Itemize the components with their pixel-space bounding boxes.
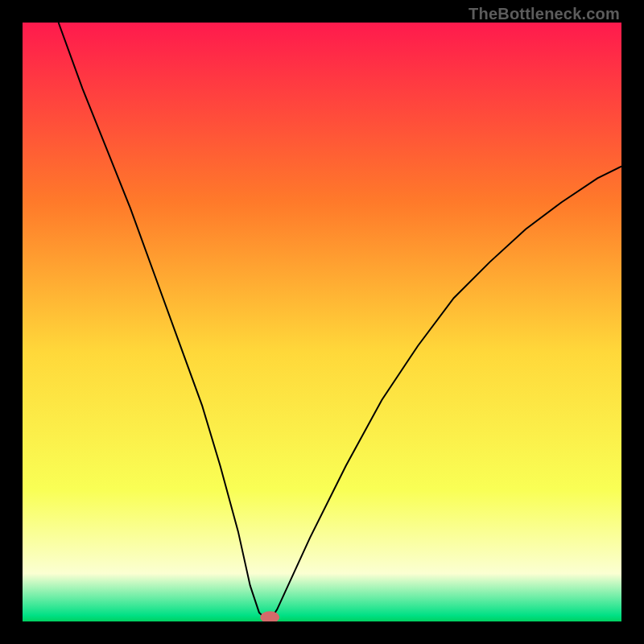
plot-area <box>23 23 621 621</box>
chart-frame: TheBottleneck.com <box>0 0 644 644</box>
chart-svg <box>23 23 621 621</box>
gradient-background <box>23 23 621 621</box>
watermark-label: TheBottleneck.com <box>469 5 620 23</box>
